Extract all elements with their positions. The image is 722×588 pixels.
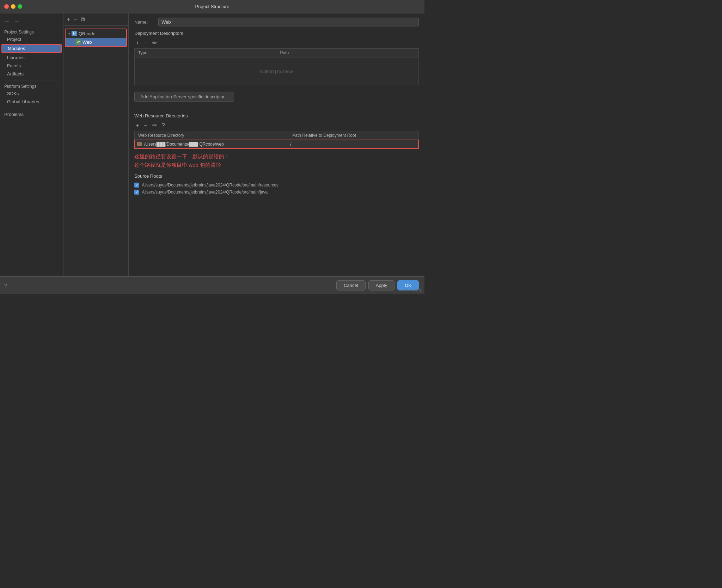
help-button[interactable]: ?	[4, 283, 7, 288]
web-module-icon: W	[75, 39, 81, 45]
sidebar-item-global-libraries[interactable]: Global Libraries	[0, 98, 63, 106]
close-button[interactable]	[4, 4, 9, 9]
dd-remove-button[interactable]: −	[142, 39, 148, 47]
tree-remove-button[interactable]: −	[73, 16, 78, 23]
nothing-to-show: Nothing to show	[260, 69, 293, 74]
wrd-table-header: Web Resource Directory Path Relative to …	[134, 131, 419, 140]
tree-toolbar: + − ⧉	[63, 13, 128, 26]
tree-item-group: ▾ M QRcode W Web	[65, 29, 127, 47]
wrd-remove-button[interactable]: −	[142, 122, 148, 129]
project-settings-label: Project Settings	[0, 28, 63, 35]
dd-edit-button[interactable]: ✏	[151, 39, 158, 47]
cancel-button[interactable]: Cancel	[336, 280, 365, 290]
sidebar-item-facets[interactable]: Facets	[0, 62, 63, 70]
sidebar-item-problems[interactable]: Problems	[0, 110, 63, 118]
chevron-down-icon: ▾	[68, 32, 70, 36]
tree-items: ▾ M QRcode W Web	[63, 26, 128, 50]
type-column-header: Type	[135, 49, 277, 57]
sidebar-item-sdks[interactable]: SDKs	[0, 90, 63, 98]
source-checkbox-1[interactable]: ✓	[134, 183, 139, 188]
wrd-col1-header: Web Resource Directory	[135, 131, 289, 140]
name-label: Name:	[134, 19, 155, 25]
web-resource-path-cell: /Users███/Documents/███ QRcode/web	[137, 142, 288, 147]
traffic-lights	[4, 4, 22, 9]
name-input[interactable]	[158, 18, 419, 26]
nav-buttons: ← →	[0, 16, 63, 28]
sidebar-item-modules[interactable]: Modules	[1, 44, 62, 53]
dd-add-button[interactable]: +	[134, 39, 140, 47]
tree-project-label: QRcode	[79, 31, 96, 36]
annotation-line1: 这里的路径要设置一下，默认的是错的！	[134, 152, 419, 161]
deployment-descriptors-title: Deployment Descriptors	[134, 31, 419, 36]
deployment-table-body: Nothing to show	[134, 57, 419, 85]
main-layout: ← → Project Settings Project Modules Lib…	[0, 13, 424, 294]
watermark: CSDN @技生.	[403, 288, 423, 293]
bottom-bar: ? Cancel Apply OK	[0, 276, 424, 294]
web-resource-title: Web Resource Directories	[134, 113, 419, 118]
source-checkbox-2[interactable]: ✓	[134, 190, 139, 195]
forward-button[interactable]: →	[13, 18, 21, 25]
wrd-add-button[interactable]: +	[134, 122, 140, 129]
sidebar-item-project[interactable]: Project	[0, 35, 63, 43]
source-item-2: ✓ /Users/suyue/Documents/jetbrains/java2…	[134, 189, 419, 196]
tree-item-web[interactable]: W Web	[66, 38, 126, 46]
tree-copy-button[interactable]: ⧉	[80, 16, 85, 23]
wrd-edit-button[interactable]: ✏	[151, 121, 158, 129]
web-resource-toolbar: + − ✏ ?	[134, 121, 419, 129]
sidebar-item-artifacts[interactable]: Artifacts	[0, 70, 63, 78]
main-content: Name: Deployment Descriptors + − ✏ Type …	[129, 13, 424, 294]
window-title: Project Structure	[195, 4, 230, 9]
maximize-button[interactable]	[18, 4, 22, 9]
apply-button[interactable]: Apply	[368, 280, 395, 290]
source-roots-section: Source Roots ✓ /Users/suyue/Documents/je…	[134, 173, 419, 196]
tree-item-qrcode[interactable]: ▾ M QRcode	[66, 29, 126, 38]
deployment-toolbar: + − ✏	[134, 39, 419, 47]
annotation-text: 这里的路径要设置一下，默认的是错的！ 这个路径就是你项目中 web 包的路径	[134, 152, 419, 169]
wrd-col2-header: Path Relative to Deployment Root	[289, 131, 418, 140]
web-resource-path: /Users███/Documents/███ QRcode/web	[144, 142, 224, 147]
source-path-1: /Users/suyue/Documents/jetbrains/java202…	[142, 183, 279, 188]
add-server-button[interactable]: Add Application Server specific descript…	[134, 92, 234, 102]
sidebar: ← → Project Settings Project Modules Lib…	[0, 13, 63, 294]
tree-module-label: Web	[82, 39, 92, 45]
back-button[interactable]: ←	[3, 18, 11, 25]
annotation-line2: 这个路径就是你项目中 web 包的路径	[134, 161, 419, 169]
sidebar-divider-2	[4, 108, 59, 108]
web-resource-relative-cell: /	[290, 142, 416, 147]
module-tree: + − ⧉ ▾ M QRcode W Web	[63, 13, 129, 294]
module-icon: M	[72, 31, 77, 36]
titlebar: Project Structure	[0, 0, 424, 13]
web-resource-row[interactable]: /Users███/Documents/███ QRcode/web /	[134, 140, 419, 149]
platform-settings-label: Platform Settings	[0, 82, 63, 90]
source-path-2: /Users/suyue/Documents/jetbrains/java202…	[142, 190, 268, 195]
folder-icon	[137, 142, 142, 146]
tree-add-button[interactable]: +	[66, 16, 71, 23]
minimize-button[interactable]	[11, 4, 16, 9]
source-roots-title: Source Roots	[134, 173, 419, 179]
name-field-row: Name:	[134, 18, 419, 26]
source-item-1: ✓ /Users/suyue/Documents/jetbrains/java2…	[134, 182, 419, 189]
deployment-table-header: Type Path	[134, 48, 419, 57]
sidebar-item-libraries[interactable]: Libraries	[0, 54, 63, 62]
path-column-header: Path	[277, 49, 419, 57]
wrd-help-button[interactable]: ?	[160, 122, 166, 129]
web-resource-section: Web Resource Directories + − ✏ ? Web Res…	[134, 113, 419, 149]
sidebar-divider	[4, 80, 59, 80]
